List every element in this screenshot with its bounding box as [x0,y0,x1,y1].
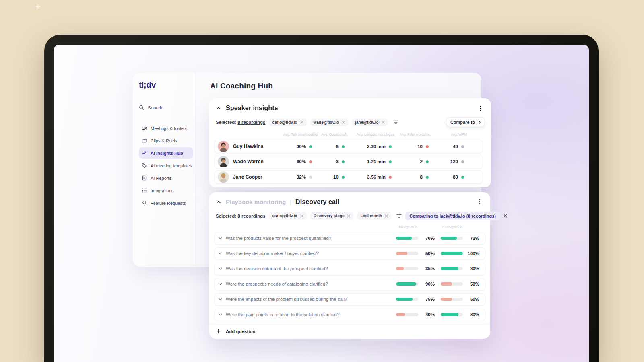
filter-chip[interactable]: jane@tldv.io [352,119,388,126]
kebab-menu-icon[interactable] [477,105,484,112]
carlo-progress: 80% [441,312,479,317]
question-row[interactable]: Was the decision criteria of the prospec… [214,263,485,275]
speaker-row-jane-cooper[interactable]: Jane Cooper 32%103.56 min883 [214,170,483,184]
question-row[interactable]: Were the impacts of the problem discusse… [214,293,485,306]
chevron-down-icon[interactable] [219,298,222,300]
filter-chip[interactable]: carlo@tldv.io [269,119,306,126]
avatar [218,141,229,152]
collapse-chevron-up-icon[interactable] [215,199,222,205]
question-row[interactable]: Was the products value for the prospect … [214,232,485,245]
progress-bar [441,252,463,255]
carlo-progress: 80% [441,266,479,271]
speaker-rows: Guy Hawkins 30%62.30 min1040 Wade Warren… [209,140,491,185]
metric-cell: 3.56 min [345,175,392,179]
column-header: Avg. Talk time/meeting [283,132,315,136]
progress-bar [441,267,463,270]
metric-cell: 10 [312,175,345,179]
sidebar-item-label: Feature Requests [151,201,186,206]
chevron-down-icon[interactable] [219,237,222,239]
sidebar-item-ai-meeting-templates[interactable]: AI meeting templates [139,160,193,171]
sidebar-item-meetings-folders[interactable]: Meetings & folders [139,122,193,134]
status-dot-green [342,176,345,179]
close-icon[interactable] [347,214,350,218]
selected-count[interactable]: 8 recordings [237,120,265,125]
close-icon[interactable] [300,214,303,218]
question-row[interactable]: Were the pain points in relation to the … [214,309,485,321]
metric-cell: 6 [312,144,345,149]
lightbulb-icon [142,200,147,206]
status-dot-red [389,176,392,179]
laptop-frame: tl;dv Search Meetings & folders Clips & … [44,35,599,362]
metric-cell: 3 [312,159,345,164]
speaker-name: Wade Warren [233,159,264,165]
decorative-plus: + [35,2,41,12]
close-icon[interactable] [342,121,345,124]
progress-value: 90% [422,282,435,286]
speaker-row-guy-hawkins[interactable]: Guy Hawkins 30%62.30 min1040 [214,140,483,153]
close-icon[interactable] [382,121,385,124]
status-dot-green [309,145,312,148]
question-text: Was the key decision maker / buyer clari… [226,251,396,256]
selected-count[interactable]: 8 recordings [237,214,265,218]
progress-value: 70% [422,236,435,241]
search-label: Search [148,105,162,110]
progress-value: 50% [466,282,479,286]
sidebar: tl;dv Search Meetings & folders Clips & … [133,73,196,267]
filter-chip[interactable]: carlo@tldv.io [269,212,306,220]
sidebar-item-ai-insights-hub[interactable]: AI Insights Hub [139,147,193,159]
laptop-screen: tl;dv Search Meetings & folders Clips & … [54,45,589,362]
chevron-down-icon[interactable] [219,252,222,255]
playbook-filter-row: Selected: 8 recordings carlo@tldv.io Dis… [209,212,490,220]
carlo-progress: 50% [441,297,479,302]
close-icon[interactable] [504,214,507,218]
comparing-chip[interactable]: Comparing to jack@tldv.io (8 recordings) [405,212,500,220]
filter-chip-label: Discovery stage [314,214,345,218]
kebab-menu-icon[interactable] [476,198,483,206]
chevron-down-icon[interactable] [219,267,222,270]
filter-chip-label: jane@tldv.io [355,120,378,125]
filter-chip[interactable]: Discovery stage [310,212,354,220]
progress-value: 72% [466,236,479,241]
filter-chip-label: wade@tldv.io [314,120,339,125]
status-dot-green [342,145,345,148]
search-button[interactable]: Search [139,105,193,110]
sidebar-item-ai-reports[interactable]: AI Reports [139,172,193,184]
progress-bar [396,298,418,301]
compare-to-button[interactable]: Compare to [446,118,485,127]
metric-cell: 120 [429,159,464,164]
question-rows: Was the products value for the prospect … [209,232,490,324]
column-header: Jack@tldv.io [396,225,435,229]
filter-icon[interactable] [396,214,402,218]
filter-chip-label: Last month [360,214,382,218]
question-row[interactable]: Were the prospect's needs of cataloging … [214,278,485,290]
speaker-row-wade-warren[interactable]: Wade Warren 60%31.21 min2120 [214,155,483,169]
collapse-chevron-up-icon[interactable] [215,105,222,111]
metric-cell: 1.21 min [345,159,392,164]
progress-bar [396,252,418,255]
add-question-button[interactable]: Add question [209,324,490,339]
progress-bar [396,237,418,240]
status-dot-light [309,176,312,179]
progress-value: 50% [422,251,435,256]
sidebar-item-integrations[interactable]: Integrations [139,185,193,196]
sidebar-item-label: AI meeting templates [151,163,192,168]
status-dot-green [461,176,464,179]
status-dot-gray [461,145,464,148]
metric-cell: 30% [281,144,312,149]
avatar-image [218,156,229,167]
metric-cell: 83 [429,175,464,179]
template-tag-icon [142,163,147,168]
question-row[interactable]: Was the key decision maker / buyer clari… [214,247,485,260]
chevron-down-icon[interactable] [219,313,222,316]
sidebar-item-clips-reels[interactable]: Clips & Reels [139,135,193,146]
filter-chip[interactable]: Last month [357,212,391,220]
filter-icon[interactable] [393,120,398,124]
close-icon[interactable] [300,121,303,124]
question-text: Were the prospect's needs of cataloging … [226,282,396,286]
sidebar-item-feature-requests[interactable]: Feature Requests [139,197,193,209]
close-icon[interactable] [385,214,388,218]
progress-value: 100% [466,251,479,256]
chevron-down-icon[interactable] [219,283,222,285]
filter-chip[interactable]: wade@tldv.io [310,119,348,126]
grid-dots-icon [142,188,147,193]
